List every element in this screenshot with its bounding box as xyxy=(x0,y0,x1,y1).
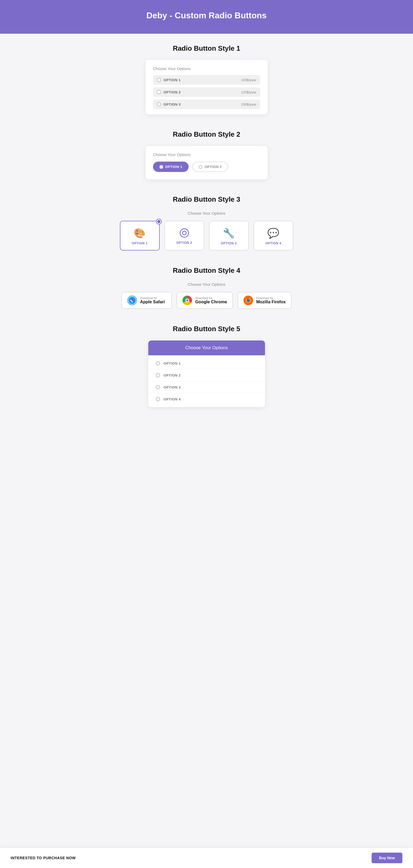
svg-point-0 xyxy=(180,229,189,237)
style5-radio-1 xyxy=(156,361,160,365)
chrome-icon xyxy=(183,296,192,305)
style3-icon-4: 💬 xyxy=(258,228,289,239)
style5-label-3: OPTION 3 xyxy=(164,385,181,389)
style4-chrome-small: Download for xyxy=(195,297,227,300)
style2-card: Choose Your Options OPTION 1 OPTION 2 xyxy=(146,146,267,179)
style5-option-2[interactable]: OPTION 2 xyxy=(148,369,265,381)
style3-title: Radio Button Style 3 xyxy=(108,195,305,204)
style5-header: Choose Your Options xyxy=(148,340,265,355)
style1-card: Choose Your Options OPTION 1 100$/year O… xyxy=(146,60,267,114)
style1-radio-1 xyxy=(157,78,161,82)
style5-title: Radio Button Style 5 xyxy=(108,325,305,333)
style5-options: OPTION 1 OPTION 2 OPTION 3 OPTION 4 xyxy=(148,355,265,407)
style1-option-label-3: OPTION 3 xyxy=(164,102,181,106)
style4-title: Radio Button Style 4 xyxy=(108,267,305,275)
main-content: Radio Button Style 1 Choose Your Options… xyxy=(103,34,310,450)
style2-radio-dot-1 xyxy=(159,165,163,169)
style1-choose-label: Choose Your Options xyxy=(153,66,260,71)
style3-grid: 🎨 OPTION 1 OPTION 2 🔧 OPTION 3 💬 OPTION … xyxy=(108,221,305,250)
style2-buttons: OPTION 1 OPTION 2 xyxy=(153,162,260,172)
style5-section: Radio Button Style 5 Choose Your Options… xyxy=(108,325,305,407)
style3-card-2[interactable]: OPTION 2 xyxy=(164,221,204,250)
style5-label-2: OPTION 2 xyxy=(164,373,181,377)
style1-option-price-3: 150$/year xyxy=(241,102,256,106)
svg-point-1 xyxy=(183,231,186,235)
style4-card-chrome[interactable]: Download for Google Chrome xyxy=(177,292,233,309)
style3-choose-label: Choose Your Options xyxy=(108,211,305,215)
style4-card-firefox[interactable]: Download for Mozilla Firefox xyxy=(238,292,291,309)
style1-title: Radio Button Style 1 xyxy=(108,44,305,53)
style4-safari-small: Download for xyxy=(140,297,165,300)
style1-option-1[interactable]: OPTION 1 100$/year xyxy=(153,75,260,85)
style2-btn-1[interactable]: OPTION 1 xyxy=(153,162,189,172)
style3-check-1 xyxy=(156,219,162,224)
style4-card-safari[interactable]: Download for Apple Safari xyxy=(122,292,172,309)
style1-option-2[interactable]: OPTION 2 120$/year xyxy=(153,87,260,97)
style1-radio-2 xyxy=(157,90,161,94)
style5-option-1[interactable]: OPTION 1 xyxy=(148,358,265,369)
style1-option-3[interactable]: OPTION 3 150$/year xyxy=(153,99,260,109)
safari-icon xyxy=(127,296,137,305)
style1-option-price-2: 120$/year xyxy=(241,90,256,94)
style2-btn-label-2: OPTION 2 xyxy=(204,165,222,169)
style4-chrome-name: Google Chrome xyxy=(195,300,227,304)
style4-choose-label: Choose Your Options xyxy=(108,282,305,287)
style4-safari-name: Apple Safari xyxy=(140,300,165,304)
style3-card-1[interactable]: 🎨 OPTION 1 xyxy=(120,221,160,250)
style4-firefox-name: Mozilla Firefox xyxy=(256,300,286,304)
style5-radio-4 xyxy=(156,397,160,401)
style3-icon-2 xyxy=(169,228,199,238)
style5-radio-3 xyxy=(156,385,160,389)
style2-btn-2[interactable]: OPTION 2 xyxy=(192,162,228,172)
style4-grid: Download for Apple Safari Download for G… xyxy=(108,292,305,309)
style3-card-4[interactable]: 💬 OPTION 4 xyxy=(254,221,293,250)
style2-choose-label: Choose Your Options xyxy=(153,152,260,157)
style1-radio-3 xyxy=(157,102,161,106)
style2-title: Radio Button Style 2 xyxy=(108,130,305,138)
page-header: Deby - Custom Radio Buttons xyxy=(0,0,413,34)
style1-option-price-1: 100$/year xyxy=(241,78,256,82)
style5-choose-label: Choose Your Options xyxy=(156,345,258,350)
style5-option-3[interactable]: OPTION 3 xyxy=(148,381,265,393)
style3-label-4: OPTION 4 xyxy=(258,242,289,245)
style1-option-label-2: OPTION 2 xyxy=(164,90,181,94)
style1-section: Radio Button Style 1 Choose Your Options… xyxy=(108,44,305,114)
style3-label-2: OPTION 2 xyxy=(169,241,199,245)
style5-radio-2 xyxy=(156,373,160,377)
style4-section: Radio Button Style 4 Choose Your Options xyxy=(108,267,305,309)
style3-icon-3: 🔧 xyxy=(214,228,244,239)
style1-option-label-1: OPTION 1 xyxy=(164,78,181,82)
page-title: Deby - Custom Radio Buttons xyxy=(5,11,408,21)
style3-label-3: OPTION 3 xyxy=(214,242,244,245)
style5-option-4[interactable]: OPTION 4 xyxy=(148,393,265,405)
style2-btn-label-1: OPTION 1 xyxy=(165,165,183,169)
firefox-icon xyxy=(244,296,253,305)
style2-radio-dot-2 xyxy=(199,165,202,169)
style5-label-1: OPTION 1 xyxy=(164,362,181,365)
style3-section: Radio Button Style 3 Choose Your Options… xyxy=(108,195,305,250)
style5-label-4: OPTION 4 xyxy=(164,397,181,401)
style5-card: Choose Your Options OPTION 1 OPTION 2 OP… xyxy=(148,340,265,407)
style3-icon-1: 🎨 xyxy=(125,228,155,239)
style2-section: Radio Button Style 2 Choose Your Options… xyxy=(108,130,305,179)
style4-firefox-small: Download for xyxy=(256,297,286,300)
style3-card-3[interactable]: 🔧 OPTION 3 xyxy=(209,221,249,250)
style3-label-1: OPTION 1 xyxy=(125,242,155,245)
